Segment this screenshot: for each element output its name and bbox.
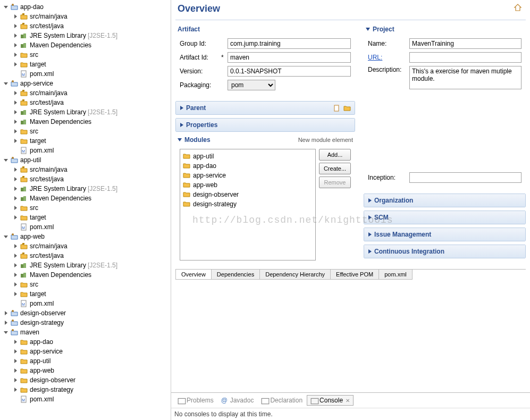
expand-toggle[interactable]	[13, 205, 19, 211]
expand-toggle[interactable]	[13, 14, 19, 20]
tree-item[interactable]: Maven Dependencies	[0, 270, 171, 280]
tree-item[interactable]: src	[0, 280, 171, 289]
expand-toggle[interactable]	[13, 215, 19, 221]
editor-tab-effective-pom[interactable]: Effective POM	[330, 270, 379, 280]
expand-toggle[interactable]	[13, 62, 19, 68]
expand-toggle[interactable]	[13, 23, 19, 29]
module-item[interactable]: design-observer	[182, 190, 313, 199]
module-item[interactable]: app-service	[182, 171, 313, 180]
project-node[interactable]: app-web	[0, 232, 171, 241]
section-header[interactable]: Organization	[364, 194, 525, 207]
expand-toggle[interactable]	[3, 330, 9, 335]
expand-toggle[interactable]	[13, 387, 19, 393]
expand-toggle[interactable]	[3, 234, 9, 240]
expand-toggle[interactable]	[13, 397, 19, 402]
expand-toggle[interactable]	[13, 272, 19, 278]
tree-item[interactable]: Maven Dependencies	[0, 40, 171, 50]
expand-toggle[interactable]	[13, 43, 19, 48]
tree-item[interactable]: JRE System Library[J2SE-1.5]	[0, 184, 171, 194]
expand-toggle[interactable]	[13, 148, 19, 154]
view-tab-problems[interactable]: Problems	[174, 396, 217, 405]
tree-item[interactable]: app-dao	[0, 337, 171, 347]
tree-item[interactable]: src/main/java	[0, 241, 171, 251]
expand-toggle[interactable]	[13, 377, 19, 383]
tree-item[interactable]: JRE System Library[J2SE-1.5]	[0, 31, 171, 40]
open-folder-icon[interactable]	[343, 104, 350, 112]
groupid-input[interactable]	[228, 38, 351, 49]
expand-toggle[interactable]	[13, 71, 19, 77]
expand-toggle[interactable]	[13, 52, 19, 58]
tree-item[interactable]: src/test/java	[0, 98, 171, 107]
add-module-button[interactable]: Add...	[319, 149, 351, 161]
expand-toggle[interactable]	[3, 157, 9, 163]
tree-item[interactable]: target	[0, 136, 171, 146]
tree-item[interactable]: JRE System Library[J2SE-1.5]	[0, 261, 171, 270]
expand-toggle[interactable]	[3, 310, 9, 316]
tree-item[interactable]: src/test/java	[0, 21, 171, 31]
editor-tab-dependencies[interactable]: Dependencies	[211, 270, 260, 280]
expand-toggle[interactable]	[13, 100, 19, 106]
tree-item[interactable]: app-web	[0, 366, 171, 375]
new-module-hint[interactable]: New module element	[298, 137, 353, 143]
view-tab-javadoc[interactable]: @Javadoc	[218, 396, 257, 405]
section-header[interactable]: Modules New module element	[175, 135, 355, 145]
expand-toggle[interactable]	[13, 253, 19, 259]
tree-item[interactable]: design-strategy	[0, 385, 171, 394]
expand-toggle[interactable]	[13, 110, 19, 115]
view-tab-console[interactable]: Console✕	[307, 395, 354, 406]
expand-toggle[interactable]	[13, 224, 19, 230]
tree-item[interactable]: src	[0, 127, 171, 136]
expand-toggle[interactable]	[3, 4, 9, 10]
tree-item[interactable]: JRE System Library[J2SE-1.5]	[0, 107, 171, 117]
tree-item[interactable]: src/test/java	[0, 251, 171, 261]
close-icon[interactable]: ✕	[346, 398, 350, 404]
create-module-button[interactable]: Create...	[319, 163, 351, 174]
section-header[interactable]: Project	[364, 24, 526, 34]
expand-toggle[interactable]	[13, 368, 19, 374]
project-url-input[interactable]	[409, 52, 521, 63]
project-node[interactable]: app-util	[0, 155, 171, 165]
expand-toggle[interactable]	[13, 263, 19, 268]
project-node[interactable]: design-observer	[0, 308, 171, 318]
home-icon[interactable]	[514, 3, 522, 12]
module-item[interactable]: design-strategy	[182, 199, 313, 209]
tree-item[interactable]: design-observer	[0, 375, 171, 385]
tree-item[interactable]: target	[0, 289, 171, 299]
modules-list[interactable]: app-utilapp-daoapp-serviceapp-webdesign-…	[180, 149, 316, 261]
tree-item[interactable]: src	[0, 50, 171, 60]
expand-toggle[interactable]	[3, 81, 9, 87]
url-label[interactable]: URL:	[368, 54, 409, 61]
project-node[interactable]: app-service	[0, 79, 171, 88]
expand-toggle[interactable]	[13, 282, 19, 288]
section-header[interactable]: Issue Management	[364, 228, 525, 241]
artifactid-input[interactable]	[228, 52, 351, 63]
tree-item[interactable]: target	[0, 60, 171, 69]
module-item[interactable]: app-dao	[182, 161, 313, 171]
section-header[interactable]: Continuous Integration	[364, 245, 525, 258]
editor-tab-overview[interactable]: Overview	[175, 270, 212, 280]
expand-toggle[interactable]	[13, 177, 19, 182]
tree-item[interactable]: Maven Dependencies	[0, 194, 171, 203]
section-header[interactable]: Parent	[176, 102, 355, 114]
expand-toggle[interactable]	[13, 167, 19, 173]
packaging-select[interactable]: pom	[228, 80, 275, 90]
section-header[interactable]: Artifact	[175, 24, 355, 34]
expand-toggle[interactable]	[13, 119, 19, 125]
project-node[interactable]: maven	[0, 327, 171, 337]
project-node[interactable]: app-dao	[0, 2, 171, 12]
tree-item[interactable]: Mpom.xml	[0, 146, 171, 155]
expand-toggle[interactable]	[13, 358, 19, 364]
version-input[interactable]	[228, 66, 351, 77]
project-description-input[interactable]: This's a exercise for maven mutiple modu…	[409, 66, 521, 89]
tree-item[interactable]: app-util	[0, 356, 171, 366]
tree-item[interactable]: app-service	[0, 347, 171, 356]
expand-toggle[interactable]	[13, 349, 19, 355]
expand-toggle[interactable]	[13, 138, 19, 144]
section-header[interactable]: SCM	[364, 211, 525, 224]
view-tab-declaration[interactable]: Declaration	[258, 396, 306, 405]
tree-item[interactable]: target	[0, 213, 171, 222]
expand-toggle[interactable]	[13, 339, 19, 345]
inception-input[interactable]	[409, 172, 521, 183]
expand-toggle[interactable]	[13, 291, 19, 297]
tree-item[interactable]: Mpom.xml	[0, 394, 171, 404]
